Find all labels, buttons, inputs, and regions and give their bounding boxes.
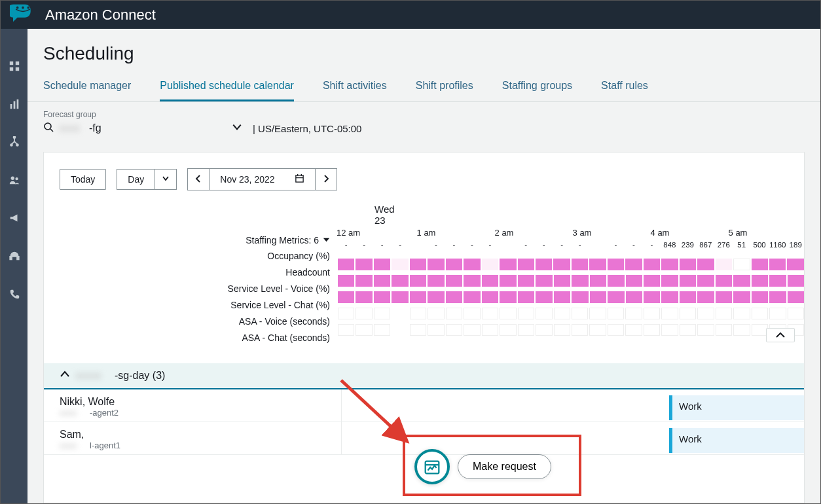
tab-staffing-groups[interactable]: Staffing groups xyxy=(502,73,572,101)
agent-name: Nikki, Wolfe xyxy=(60,396,325,408)
heatmap-cell xyxy=(482,275,498,287)
tab-shift-profiles[interactable]: Shift profiles xyxy=(416,73,473,101)
shift-block[interactable]: Work xyxy=(669,395,805,420)
forecast-group-select[interactable]: xxxx-fg xyxy=(59,122,242,135)
heatmap-cell xyxy=(644,291,660,303)
occupancy-value: - xyxy=(553,241,570,249)
next-day-button[interactable] xyxy=(316,168,337,190)
tab-schedule-manager[interactable]: Schedule manager xyxy=(43,73,131,101)
agent-row[interactable]: Nikki, Wolfe xxxx-agent2 Work xyxy=(44,389,804,422)
hour-label: 4 am xyxy=(651,228,670,238)
heatmap-cell xyxy=(428,291,444,303)
occupancy-value: - xyxy=(446,241,462,249)
occupancy-value: - xyxy=(644,241,660,249)
svg-point-2 xyxy=(27,6,30,9)
svg-rect-6 xyxy=(15,67,18,71)
range-label[interactable]: Day xyxy=(117,169,155,190)
heatmap-cell xyxy=(661,275,678,287)
forecast-group-row: xxxx-fg | US/Eastern, UTC-05:00 xyxy=(27,120,820,145)
heatmap-cell xyxy=(410,308,426,319)
tab-staff-rules[interactable]: Staff rules xyxy=(601,73,648,101)
heatmap-cell xyxy=(500,324,516,336)
prev-day-button[interactable] xyxy=(187,168,210,190)
heatmap-cell xyxy=(680,308,696,319)
routing-icon[interactable] xyxy=(9,136,20,151)
heatmap-cell xyxy=(644,308,660,319)
collapse-metrics-button[interactable] xyxy=(766,328,795,342)
metric-occupancy-label: Occupancy (%) xyxy=(44,248,330,264)
shift-block[interactable]: Work xyxy=(669,428,805,453)
heatmap-cell xyxy=(392,275,408,287)
heatmap-cell xyxy=(518,308,534,319)
heatmap-cell xyxy=(500,291,516,303)
make-request-group: Make request xyxy=(414,449,551,484)
svg-rect-15 xyxy=(10,257,12,260)
announce-icon[interactable] xyxy=(9,212,20,226)
heatmap-cell xyxy=(482,324,498,336)
date-nav: Nov 23, 2022 xyxy=(187,168,337,190)
heatmap-cell xyxy=(554,324,570,336)
heatmap-cell xyxy=(788,308,804,319)
heatmap-cell xyxy=(590,291,606,303)
svg-rect-4 xyxy=(15,62,18,65)
occupancy-value: - xyxy=(356,241,372,249)
heatmap-cell xyxy=(752,308,768,319)
staffing-metrics-toggle[interactable]: Staffing Metrics: 6 xyxy=(44,231,330,248)
search-icon[interactable] xyxy=(43,122,54,135)
occupancy-value: - xyxy=(392,241,408,249)
agent-info: Nikki, Wolfe xxxx-agent2 xyxy=(44,389,342,422)
metrics-icon[interactable] xyxy=(9,98,20,113)
heatmap-cell xyxy=(625,308,642,319)
occupancy-value: 500 xyxy=(751,241,767,249)
occupancy-value xyxy=(500,241,516,249)
heatmap-cell xyxy=(589,324,606,336)
heatmap-cell xyxy=(428,308,444,319)
heatmap-cell xyxy=(769,275,786,287)
heatmap-cell xyxy=(338,308,354,319)
agent-lane[interactable]: Work xyxy=(342,422,804,454)
heatmap-cell xyxy=(518,259,534,270)
occupancy-value: 867 xyxy=(697,241,714,249)
heatmap-cell xyxy=(374,324,390,336)
heatmap-cell xyxy=(500,308,516,319)
make-request-button[interactable]: Make request xyxy=(458,454,551,479)
heatmap-cell xyxy=(769,308,786,319)
heatmap-cell xyxy=(625,259,642,270)
occupancy-value: 239 xyxy=(680,241,696,249)
caret-down-icon xyxy=(323,235,330,245)
heatmap-cell xyxy=(554,308,570,319)
staffing-group-row[interactable]: xxxxx-sg-day (3) xyxy=(44,363,804,389)
heatmap-cell xyxy=(697,275,714,287)
headcount-heatmap-row xyxy=(335,257,804,274)
range-select[interactable]: Day xyxy=(117,169,177,190)
heatmap-cell xyxy=(626,291,642,303)
heatmap-cell xyxy=(644,324,660,336)
forecast-group-label: Forecast group xyxy=(27,102,820,120)
heatmap-cell xyxy=(518,324,534,336)
agent-lane[interactable]: Work xyxy=(342,389,804,422)
today-button[interactable]: Today xyxy=(60,169,106,190)
tab-shift-activities[interactable]: Shift activities xyxy=(323,73,387,101)
heatmap-cell xyxy=(716,308,732,319)
heatmap-cell xyxy=(589,259,606,270)
occupancy-value: - xyxy=(374,241,390,249)
phone-icon[interactable] xyxy=(9,288,20,302)
heatmap-cell xyxy=(788,275,804,287)
make-request-icon-button[interactable] xyxy=(414,449,450,484)
metric-sl-chat-label: Service Level - Chat (%) xyxy=(44,297,330,314)
heatmap-cell xyxy=(356,324,372,336)
agent-name: Sam, xyxy=(60,429,325,441)
heatmap-cell xyxy=(589,308,606,319)
tab-published-schedule-calendar[interactable]: Published schedule calendar xyxy=(160,73,294,101)
date-picker-button[interactable]: Nov 23, 2022 xyxy=(210,168,315,190)
svg-point-10 xyxy=(13,136,15,138)
headset-icon[interactable] xyxy=(9,250,20,264)
range-chevron-down-icon[interactable] xyxy=(155,169,177,190)
heatmap-cell xyxy=(733,291,750,303)
dashboard-icon[interactable] xyxy=(9,60,20,75)
users-icon[interactable] xyxy=(9,174,20,189)
heatmap-cell xyxy=(338,291,354,303)
heatmap-cell xyxy=(733,308,750,319)
heatmap-cell xyxy=(410,259,426,270)
heatmap-cell xyxy=(554,275,570,287)
